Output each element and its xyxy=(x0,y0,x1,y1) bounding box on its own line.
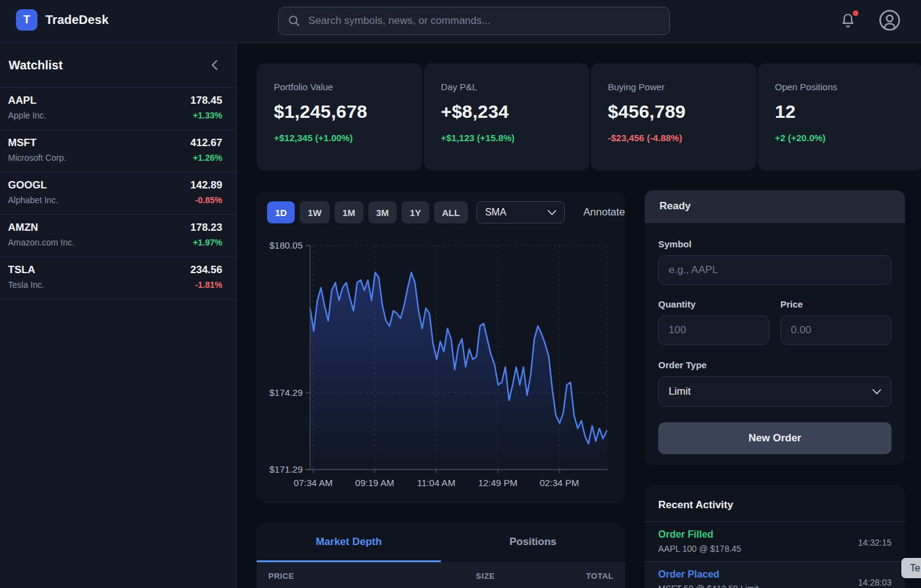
notifications-button[interactable] xyxy=(839,12,859,31)
timeframe-button-1d[interactable]: 1D xyxy=(267,201,295,223)
activity-time: 14:32:15 xyxy=(858,538,892,547)
symbol: AMZN xyxy=(8,222,74,234)
depth-tabs: Market Depth Positions xyxy=(257,523,625,562)
stat-card-day-pnl: Day P&L +$8,234 +$1,123 (+15.8%) xyxy=(424,63,589,171)
change-percent: +1.26% xyxy=(190,153,222,163)
timeframe-button-1y[interactable]: 1Y xyxy=(402,201,429,223)
quantity-input[interactable] xyxy=(658,315,769,345)
stat-label: Open Positions xyxy=(775,82,906,92)
company-name: Alphabet Inc. xyxy=(8,195,58,205)
company-name: Amazon.com Inc. xyxy=(8,238,74,247)
change-percent: -0.85% xyxy=(190,195,222,205)
activity-title: Order Filled xyxy=(658,529,892,540)
activity-detail: MSFT 50 @ $412.50 Limit xyxy=(658,584,892,588)
quantity-label: Quantity xyxy=(658,299,769,309)
company-name: Microsoft Corp. xyxy=(8,153,66,163)
activity-row-order-filled: Order Filled AAPL 100 @ $178.45 14:32:15 xyxy=(645,522,905,562)
stat-label: Day P&L xyxy=(441,82,572,92)
top-bar: T TradeDesk xyxy=(0,0,921,43)
y-axis-label: $171.29 xyxy=(270,464,303,474)
watchlist-title: Watchlist xyxy=(9,58,63,72)
watchlist-row-msft[interactable]: MSFTMicrosoft Corp. 412.67+1.26% xyxy=(0,130,236,172)
stat-value: $1,245,678 xyxy=(274,101,405,122)
brand[interactable]: T TradeDesk xyxy=(16,9,109,31)
stat-change: +$12,345 (+1.00%) xyxy=(274,133,405,143)
order-status: Ready xyxy=(659,200,691,212)
price-input[interactable] xyxy=(780,315,892,345)
collapse-sidebar-button chevron-left-icon[interactable] xyxy=(211,59,219,71)
price: 178.45 xyxy=(190,95,222,107)
watchlist-row-aapl[interactable]: AAPLApple Inc. 178.45+1.33% xyxy=(0,88,236,130)
main-content: Portfolio Value $1,245,678 +$12,345 (+1.… xyxy=(238,43,921,588)
symbol: GOOGL xyxy=(8,179,58,191)
search-input[interactable] xyxy=(307,14,660,28)
indicator-select[interactable]: SMA xyxy=(476,201,565,223)
chart-layer: $180.05$174.29$171.2907:34 AM09:19 AM11:… xyxy=(270,240,608,488)
timeframe-button-all[interactable]: ALL xyxy=(434,201,468,223)
symbol-input[interactable] xyxy=(658,255,892,285)
y-axis-label: $174.29 xyxy=(270,387,303,398)
stat-change: +$1,123 (+15.8%) xyxy=(441,133,572,143)
company-name: Apple Inc. xyxy=(8,110,46,120)
price-label: Price xyxy=(780,299,892,309)
order-form: Symbol Quantity Price Order Type Limit N… xyxy=(645,223,905,454)
column-size: SIZE xyxy=(391,571,495,581)
new-order-button[interactable]: New Order xyxy=(658,422,892,454)
tab-positions[interactable]: Positions xyxy=(441,523,625,562)
watchlist-header: Watchlist xyxy=(0,43,236,88)
app-title: TradeDesk xyxy=(45,13,109,27)
stat-card-portfolio-value: Portfolio Value $1,245,678 +$12,345 (+1.… xyxy=(257,63,422,171)
stat-label: Portfolio Value xyxy=(274,82,405,92)
user-avatar-button[interactable] xyxy=(876,7,903,34)
stat-card-open-positions: Open Positions 12 +2 (+20.0%) xyxy=(758,63,921,171)
stat-label: Buying Power xyxy=(608,82,739,92)
user-icon xyxy=(876,7,903,34)
stat-change: +2 (+20.0%) xyxy=(775,133,906,143)
activity-time: 14:28:03 xyxy=(858,578,892,587)
price: 412.67 xyxy=(190,137,222,149)
watchlist-items: AAPLApple Inc. 178.45+1.33% MSFTMicrosof… xyxy=(0,88,236,300)
order-type-value: Limit xyxy=(669,385,691,398)
watchlist-row-googl[interactable]: GOOGLAlphabet Inc. 142.89-0.85% xyxy=(0,172,236,215)
stat-value: +$8,234 xyxy=(441,101,572,122)
annotate-button[interactable]: Annotate xyxy=(583,206,625,219)
x-axis-label: 09:19 AM xyxy=(356,478,394,488)
search-bar[interactable] xyxy=(278,7,670,35)
app-logo: T xyxy=(16,9,37,31)
timeframe-button-1w[interactable]: 1W xyxy=(300,201,330,223)
x-axis-label: 02:34 PM xyxy=(540,478,579,488)
timeframe-button-3m[interactable]: 3M xyxy=(368,201,397,223)
activity-row-order-placed: Order Placed MSFT 50 @ $412.50 Limit 14:… xyxy=(645,562,905,588)
stat-cards-row: Portfolio Value $1,245,678 +$12,345 (+1.… xyxy=(257,63,921,171)
order-type-label: Order Type xyxy=(658,360,892,370)
tooltip: Te xyxy=(901,558,921,578)
stat-card-buying-power: Buying Power $456,789 -$23,456 (-4.88%) xyxy=(591,63,756,171)
watchlist-row-tsla[interactable]: TSLATesla Inc. 234.56-1.81% xyxy=(0,257,236,300)
column-price: PRICE xyxy=(268,571,391,581)
tab-market-depth[interactable]: Market Depth xyxy=(257,523,441,562)
search-icon xyxy=(288,15,300,27)
chart-toolbar: 1D 1W 1M 3M 1Y ALL SMA Annotate xyxy=(257,191,625,223)
stat-value: $456,789 xyxy=(608,101,739,122)
indicator-value: SMA xyxy=(485,207,507,218)
company-name: Tesla Inc. xyxy=(8,280,44,290)
watchlist-row-amzn[interactable]: AMZNAmazon.com Inc. 178.23+1.97% xyxy=(0,215,236,257)
order-status-header: Ready xyxy=(645,190,905,223)
chevron-down-icon xyxy=(872,389,881,395)
x-axis-label: 11:04 AM xyxy=(417,478,455,488)
change-percent: +1.33% xyxy=(190,110,222,120)
symbol: MSFT xyxy=(8,137,66,149)
symbol: AAPL xyxy=(8,95,46,107)
column-total: TOTAL xyxy=(495,571,613,581)
timeframe-button-1m[interactable]: 1M xyxy=(335,201,363,223)
price-chart-panel: 1D 1W 1M 3M 1Y ALL SMA Annotate $180.05$… xyxy=(257,191,625,503)
notification-badge xyxy=(853,10,858,16)
x-axis-label: 07:34 AM xyxy=(293,478,332,488)
order-type-select[interactable]: Limit xyxy=(658,376,892,407)
price-chart[interactable]: $180.05$174.29$171.2907:34 AM09:19 AM11:… xyxy=(257,191,625,503)
depth-table-header: PRICE SIZE TOTAL xyxy=(257,562,625,588)
recent-activity-panel: Recent Activity Order Filled AAPL 100 @ … xyxy=(645,485,905,588)
price: 234.56 xyxy=(190,264,222,276)
symbol: TSLA xyxy=(8,264,44,276)
recent-activity-title: Recent Activity xyxy=(645,485,905,522)
